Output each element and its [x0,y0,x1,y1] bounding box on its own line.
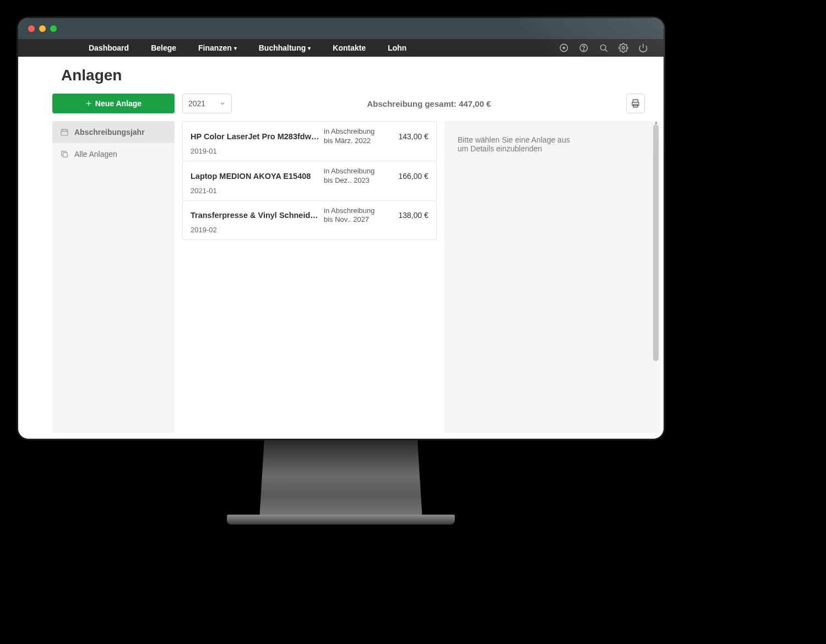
chevron-down-icon [219,100,226,107]
plus-icon [85,100,92,107]
asset-title: Laptop MEDION AKOYA E15408 [191,172,319,181]
year-select[interactable]: 2021 [182,94,232,113]
new-asset-label: Neue Anlage [95,99,142,108]
svg-point-7 [622,47,625,50]
asset-status: in Abschreibung bis Nov.. 2027 [324,206,381,225]
svg-line-6 [605,50,607,52]
monitor-stand [259,440,422,519]
gear-icon[interactable] [618,43,628,53]
calendar-icon [60,128,69,137]
asset-row[interactable]: HP Color LaserJet Pro M283fdw Mu… in Abs… [182,121,437,161]
nav-label: Belege [151,43,176,52]
asset-sub: 2019-02 [191,226,319,234]
help-icon[interactable] [579,43,589,53]
asset-sub: 2019-01 [191,147,319,155]
monitor-base [227,515,455,525]
svg-rect-15 [63,152,67,157]
detail-pane: Bitte wählen Sie eine Anlage aus um Deta… [444,121,660,433]
nav-label: Kontakte [333,43,366,52]
power-icon[interactable] [638,43,648,53]
top-nav: Dashboard Belege Finanzen▾ Buchhaltung▾ … [18,39,664,57]
plus-circle-icon[interactable] [559,43,569,53]
asset-amount: 138,00 € [385,211,428,220]
nav-label: Lohn [388,43,406,52]
search-icon[interactable] [599,43,608,53]
copy-icon [60,150,69,159]
window-minimize-dot[interactable] [39,25,46,32]
asset-status-line: bis März. 2022 [324,137,381,146]
asset-sub: 2021-01 [191,187,319,195]
print-button[interactable] [626,94,645,113]
nav-label: Buchhaltung [259,43,306,52]
nav-buchhaltung[interactable]: Buchhaltung▾ [248,39,322,57]
chevron-down-icon: ▾ [308,45,311,51]
nav-finanzen[interactable]: Finanzen▾ [187,39,248,57]
nav-lohn[interactable]: Lohn [377,39,417,57]
window-titlebar [18,18,664,39]
asset-row[interactable]: Laptop MEDION AKOYA E15408 in Abschreibu… [182,161,437,201]
asset-status-line: in Abschreibung [324,127,381,137]
sidebar: Abschreibungsjahr Alle Anlagen [52,121,175,433]
asset-amount: 166,00 € [385,172,428,181]
detail-placeholder-line: Bitte wählen Sie eine Anlage aus [458,135,649,144]
asset-title: Transferpresse & Vinyl Schneidepl… [191,211,319,220]
sidebar-item-label: Alle Anlagen [74,150,117,159]
asset-status-line: in Abschreibung [324,167,381,176]
svg-point-5 [600,45,606,50]
asset-status: in Abschreibung bis Dez.. 2023 [324,167,381,185]
nav-group: Dashboard Belege Finanzen▾ Buchhaltung▾ … [78,39,417,57]
asset-amount: 143,00 € [385,132,428,141]
asset-list: HP Color LaserJet Pro M283fdw Mu… in Abs… [182,121,437,433]
sidebar-item-abschreibungsjahr[interactable]: Abschreibungsjahr [52,121,175,143]
window-close-dot[interactable] [28,25,35,32]
detail-placeholder-line: um Details einzublenden [458,144,649,153]
nav-dashboard[interactable]: Dashboard [78,39,140,57]
new-asset-button[interactable]: Neue Anlage [52,94,175,113]
sidebar-item-alle-anlagen[interactable]: Alle Anlagen [52,143,175,165]
total-depreciation: Abschreibung gesamt: 447,00 € [240,99,618,108]
svg-rect-11 [61,129,68,135]
asset-status-line: bis Dez.. 2023 [324,176,381,185]
nav-label: Dashboard [89,43,129,52]
year-value: 2021 [188,99,205,108]
printer-icon [631,99,640,108]
chevron-down-icon: ▾ [234,45,237,51]
nav-icons [559,43,648,53]
nav-kontakte[interactable]: Kontakte [322,39,377,57]
asset-title: HP Color LaserJet Pro M283fdw Mu… [191,132,319,141]
window-maximize-dot[interactable] [50,25,57,32]
svg-point-4 [583,50,584,50]
asset-row[interactable]: Transferpresse & Vinyl Schneidepl… in Ab… [182,200,437,241]
page-title: Anlagen [61,67,122,84]
sidebar-item-label: Abschreibungsjahr [74,128,145,137]
nav-label: Finanzen [198,43,232,52]
scrollbar-thumb[interactable] [653,124,659,361]
asset-status: in Abschreibung bis März. 2022 [324,127,381,146]
asset-status-line: in Abschreibung [324,206,381,216]
nav-belege[interactable]: Belege [140,39,187,57]
asset-status-line: bis Nov.. 2027 [324,215,381,225]
scroll-up-arrow-icon[interactable]: ▴ [653,119,659,124]
